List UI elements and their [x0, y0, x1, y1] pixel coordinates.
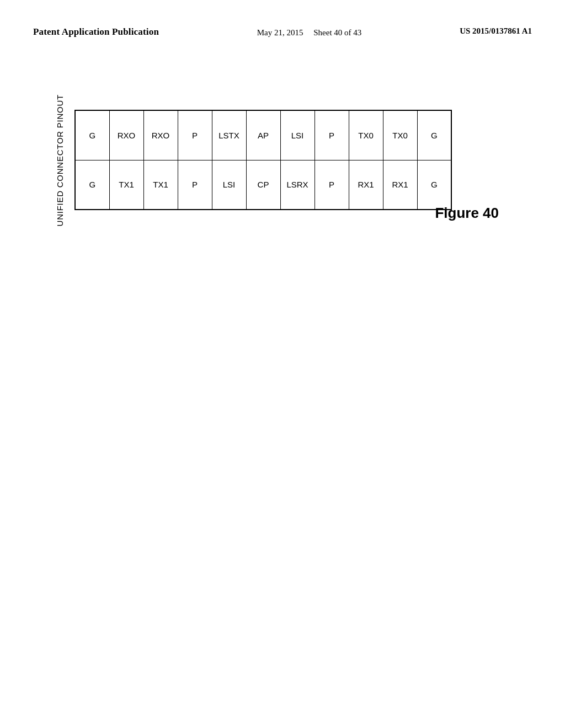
table-cell: LSTX [212, 110, 246, 160]
table-cell: RX1 [349, 160, 383, 210]
sheet-info: May 21, 2015 Sheet 40 of 43 [257, 26, 362, 39]
table-cell: LSI [212, 160, 246, 210]
table-cell: P [178, 160, 212, 210]
table-cell: RXO [109, 110, 143, 160]
figure-label: Figure 40 [435, 205, 499, 222]
table-cell: TX0 [383, 110, 417, 160]
table-cell: G [75, 110, 109, 160]
table-cell: P [315, 160, 349, 210]
table-cell: G [417, 160, 451, 210]
table-cell: RX1 [383, 160, 417, 210]
table-cell: P [315, 110, 349, 160]
date-label: May 21, 2015 [257, 28, 303, 37]
table-cell: P [178, 110, 212, 160]
sheet-label: Sheet 40 of 43 [313, 28, 361, 37]
patent-number: US 2015/0137861 A1 [460, 26, 532, 36]
main-content: UNIFIED CONNECTOR PINOUT GRXORXOPLSTXAPL… [0, 50, 565, 226]
page-header: Patent Application Publication May 21, 2… [0, 0, 565, 50]
table-row: GRXORXOPLSTXAPLSIPTX0TX0G [75, 110, 451, 160]
publication-label: Patent Application Publication [33, 26, 159, 38]
connector-pinout-label: UNIFIED CONNECTOR PINOUT [55, 94, 65, 226]
table-cell: LSI [280, 110, 315, 160]
table-cell: TX0 [349, 110, 383, 160]
table-cell: TX1 [109, 160, 143, 210]
table-cell: RXO [143, 110, 178, 160]
table-cell: G [75, 160, 109, 210]
table-cell: AP [246, 110, 280, 160]
table-cell: TX1 [143, 160, 178, 210]
table-cell: LSRX [280, 160, 315, 210]
table-row: GTX1TX1PLSICPLSRXPRX1RX1G [75, 160, 451, 210]
table-cell: G [417, 110, 451, 160]
pinout-table: GRXORXOPLSTXAPLSIPTX0TX0GGTX1TX1PLSICPLS… [74, 110, 452, 210]
table-cell: CP [246, 160, 280, 210]
